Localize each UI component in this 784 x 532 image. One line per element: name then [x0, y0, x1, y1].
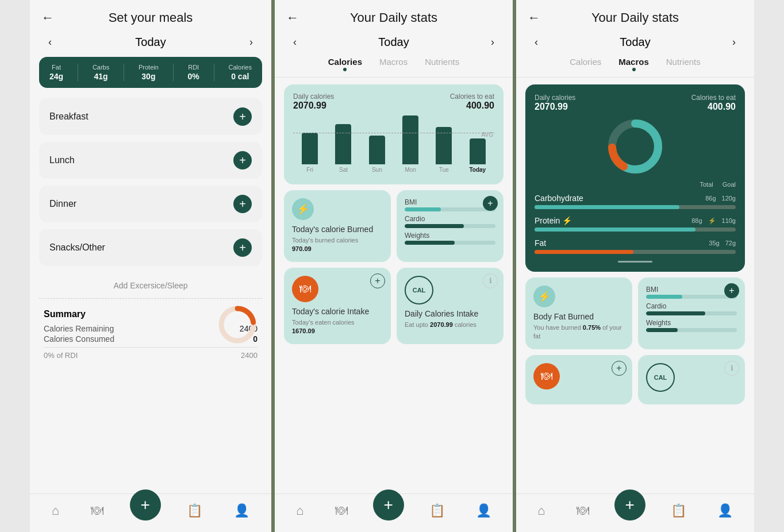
bmi-label-3: BMI: [646, 286, 737, 294]
weights-row-2: Weights: [405, 232, 495, 245]
macros-donut: [535, 118, 736, 175]
meal-dinner-label: Dinner: [49, 199, 76, 209]
tab-nutrients-2[interactable]: Nutrients: [425, 57, 459, 70]
cardio-label-3: Cardio: [646, 302, 737, 310]
macro-protein-lightning: ⚡: [708, 217, 716, 225]
weights-track-3: [646, 328, 737, 332]
macro-carb-fill: [535, 205, 679, 209]
macro-protein-top: Protein ⚡ 88g ⚡ 110g: [535, 216, 736, 225]
meal-dinner[interactable]: Dinner +: [39, 186, 262, 222]
macros-daily-label: Daily calories: [535, 94, 575, 102]
bodyfat-sub: You have burned 0.75% of your fat: [533, 323, 624, 341]
macro-protein-fill: [535, 228, 695, 232]
daily-cal-group: Daily calories 2070.99: [293, 92, 334, 111]
bar-today-label: Today: [469, 167, 486, 173]
burned-title: Today's calorie Burned: [292, 225, 383, 234]
tab-calories-2[interactable]: Calories: [328, 57, 362, 70]
macro-carb-current: 86g: [705, 195, 716, 202]
bar-sun-bar: [369, 136, 385, 164]
rdi-total: 2400: [241, 351, 258, 360]
next-date-3[interactable]: ›: [725, 36, 743, 48]
add-fab-1[interactable]: +: [130, 489, 161, 521]
macro-protein-goal: 110g: [722, 217, 736, 225]
add-breakfast-button[interactable]: +: [233, 107, 252, 126]
nav-profile-3[interactable]: 👤: [712, 501, 739, 521]
add-dinner-button[interactable]: +: [233, 195, 252, 213]
macro-header-cols: Total Goal: [535, 181, 736, 188]
nav-log-3[interactable]: 📋: [665, 501, 692, 521]
macro-fat-goal: 72g: [725, 240, 736, 246]
calories-chart-card: Daily calories 2070.99 Calories to eat 4…: [284, 84, 504, 184]
nav-meals-2[interactable]: 🍽: [329, 501, 353, 521]
macro-protein-row: Protein ⚡ 88g ⚡ 110g: [535, 216, 736, 232]
nav-meals-3[interactable]: 🍽: [571, 501, 595, 521]
fat-label: Fat: [52, 64, 61, 71]
bodyfat-icon: ⚡: [533, 286, 555, 307]
cardio-track-3: [646, 311, 737, 315]
weights-row-3: Weights: [646, 319, 737, 332]
meal-breakfast[interactable]: Breakfast +: [39, 98, 262, 135]
nav-log-2[interactable]: 📋: [424, 501, 451, 521]
tab-calories-3[interactable]: Calories: [570, 57, 601, 70]
nav-home-1[interactable]: ⌂: [46, 501, 65, 521]
protein-label: Protein: [139, 64, 159, 71]
nav-profile-2[interactable]: 👤: [470, 501, 497, 521]
nav-log-1[interactable]: 📋: [181, 501, 208, 521]
add-activity-button[interactable]: +: [483, 196, 498, 211]
intake-title: Today's calorie Intake: [292, 307, 383, 316]
add-intake-button[interactable]: +: [370, 273, 385, 288]
prev-date-2[interactable]: ‹: [286, 36, 303, 48]
intake-icon: 🍽: [292, 276, 318, 302]
bmi-bars-3: BMI Cardio Weights: [646, 286, 737, 332]
macro-summary-bar: Fat 24g Carbs 41g Protein 30g RDI 0% Cal…: [39, 57, 262, 88]
back-button-3[interactable]: ←: [528, 10, 540, 25]
nav-meals-1[interactable]: 🍽: [85, 501, 109, 521]
meals-icon-2: 🍽: [335, 503, 348, 518]
macro-fat-vals: 35g 72g: [709, 240, 736, 246]
add-activity-button-3[interactable]: +: [724, 283, 739, 298]
add-exercise-section[interactable]: Add Excersice/Sleep: [39, 273, 262, 299]
divider-3: [173, 64, 174, 81]
next-date-1[interactable]: ›: [243, 36, 260, 48]
add-snacks-button[interactable]: +: [233, 238, 252, 257]
bmi-label-2: BMI: [405, 198, 495, 206]
protein-value: 30g: [141, 72, 155, 81]
date-nav-2: ‹ Today ›: [275, 31, 513, 53]
fat-value: 24g: [49, 72, 63, 81]
tab-nutrients-3[interactable]: Nutrients: [666, 57, 701, 70]
bmi-fill-3: [646, 295, 682, 299]
add-fab-2[interactable]: +: [373, 489, 404, 521]
macro-fat-current: 35g: [709, 240, 719, 246]
screen2-title: Your Daily stats: [350, 10, 437, 25]
back-button-2[interactable]: ←: [286, 10, 299, 25]
calorie-burned-card: ⚡ Today's calorie Burned Today's burned …: [284, 190, 391, 262]
back-button-1[interactable]: ←: [41, 10, 54, 25]
meal-snacks[interactable]: Snacks/Other +: [39, 229, 262, 266]
macro-fat-fill: [535, 250, 633, 254]
intake-sub-value: 1670.09: [292, 327, 383, 336]
info-button-3[interactable]: ℹ: [724, 361, 739, 376]
prev-date-3[interactable]: ‹: [528, 36, 545, 48]
screen-set-meals: ← Set your meals ‹ Today › Fat 24g Carbs…: [30, 0, 271, 532]
prev-date-1[interactable]: ‹: [41, 36, 59, 48]
nav-home-3[interactable]: ⌂: [532, 501, 551, 521]
tab-macros-3[interactable]: Macros: [618, 57, 649, 70]
nav-home-2[interactable]: ⌂: [290, 501, 309, 521]
bar-fri-label: Fri: [306, 167, 313, 173]
screen3-title: Your Daily stats: [591, 10, 679, 25]
nav-profile-1[interactable]: 👤: [228, 501, 255, 521]
bar-tue-label: Tue: [439, 167, 449, 173]
tab-macros-2[interactable]: Macros: [379, 57, 408, 70]
meal-lunch[interactable]: Lunch +: [39, 142, 262, 179]
macro-protein: Protein 30g: [139, 64, 159, 81]
macro-fat-track: [535, 250, 736, 254]
meal-snacks-label: Snacks/Other: [49, 242, 105, 253]
add-lunch-button[interactable]: +: [233, 151, 252, 169]
macro-protein-vals: 88g ⚡ 110g: [691, 217, 736, 225]
add-fab-3[interactable]: +: [614, 489, 645, 521]
bmi-fill-2: [405, 207, 441, 211]
next-date-2[interactable]: ›: [484, 36, 501, 48]
info-button[interactable]: ℹ: [483, 273, 498, 288]
bottom-nav-2: ⌂ 🍽 + 📋 👤: [275, 494, 513, 532]
add-intake-button-3[interactable]: +: [612, 361, 627, 376]
